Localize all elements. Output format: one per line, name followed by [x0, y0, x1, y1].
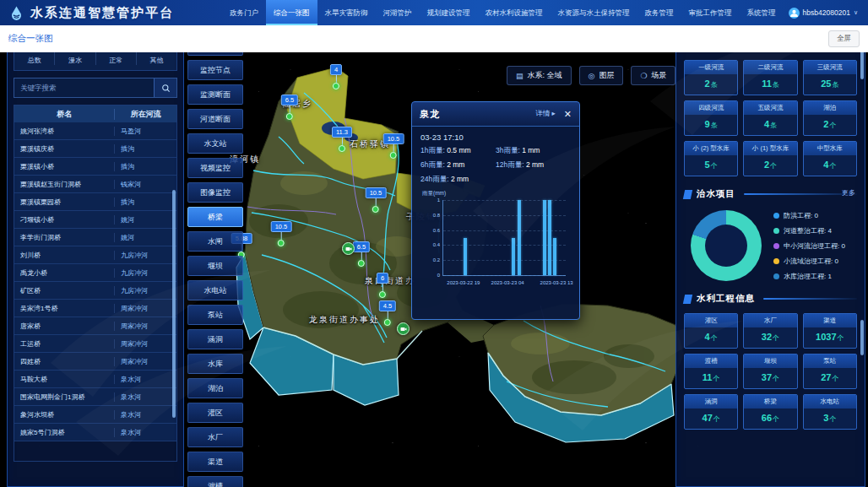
camera-icon[interactable] — [342, 242, 355, 255]
water-level-marker[interactable]: 4 — [330, 64, 342, 89]
facility-menu-item-渡槽[interactable]: 渡槽 — [187, 476, 243, 487]
table-row[interactable]: 唐家桥周家冲河 — [14, 317, 176, 335]
stat-cell-桥梁[interactable]: 桥梁66个 — [743, 394, 797, 430]
map-controls: ▤水系: 全域◎图层❍场景 — [507, 66, 675, 85]
facility-menu-item-渠道[interactable]: 渠道 — [187, 452, 243, 472]
stat-cell-水电站[interactable]: 水电站3个 — [803, 394, 857, 430]
facility-menu-item-水闸[interactable]: 水闸 — [187, 231, 243, 252]
water-level-marker[interactable]: 6 — [377, 273, 388, 298]
facility-menu-item-河道断面[interactable]: 河道断面 — [187, 109, 243, 129]
table-row[interactable]: 国家电网荆金门1洞桥泉水河 — [14, 388, 176, 406]
facility-menu-item-灌区[interactable]: 灌区 — [187, 403, 243, 423]
user-menu[interactable]: hbsb42080201 ∨ — [789, 8, 858, 19]
breadcrumb[interactable]: 综合一张图 — [8, 33, 53, 45]
map-control-水系: 全域[interactable]: ▤水系: 全域 — [507, 66, 572, 85]
stat-cell-四级河流[interactable]: 四级河流9条 — [684, 100, 738, 136]
project-section-title: 治水项目 — [697, 188, 735, 200]
facility-menu-item-堰坝[interactable]: 堰坝 — [187, 256, 243, 276]
close-icon[interactable]: ✕ — [564, 110, 572, 119]
stat-cell-涵洞[interactable]: 涵洞47个 — [684, 394, 738, 430]
project-donut-chart — [691, 210, 762, 281]
stat-cell-渠道[interactable]: 渠道1037个 — [803, 313, 857, 349]
table-row[interactable]: 刁堰镇小桥姚河 — [14, 211, 176, 229]
popup-detail-link[interactable]: 详情 ▸ — [535, 109, 556, 119]
search-input[interactable] — [14, 78, 154, 97]
cell-river-name: 周家冲河 — [115, 339, 176, 349]
facility-menu-item-视频监控[interactable]: 视频监控 — [187, 158, 243, 178]
table-row[interactable]: 象河水坝桥泉水河 — [14, 406, 176, 424]
map-control-图层[interactable]: ◎图层 — [579, 66, 624, 85]
table-row[interactable]: 马鞍大桥泉水河 — [14, 371, 176, 388]
stat-cell-中型水库[interactable]: 中型水库4个 — [803, 141, 857, 176]
stat-cell-湖泊[interactable]: 湖泊2个 — [803, 100, 857, 136]
stat-cell-一级河流[interactable]: 一级河流2条 — [684, 60, 738, 95]
legend-dot — [773, 213, 779, 219]
legend-item: 小流域治理工程: 0 — [773, 257, 845, 266]
facility-menu-item-水厂[interactable]: 水厂 — [187, 427, 243, 447]
section-scrollbar[interactable] — [860, 320, 864, 355]
stat-cell-五级河流[interactable]: 五级河流4条 — [743, 100, 797, 136]
water-level-marker[interactable]: 10.5 — [383, 133, 404, 159]
water-level-marker[interactable]: 10.5 — [366, 187, 387, 213]
nav-tab-综合一张图[interactable]: 综合一张图 — [266, 0, 317, 25]
water-level-marker[interactable]: 4.5 — [379, 300, 396, 326]
water-level-marker[interactable]: 6.5 — [281, 95, 298, 120]
stat-cell-小 (1) 型水库[interactable]: 小 (1) 型水库2个 — [743, 141, 797, 176]
popup-title: 泉龙 — [420, 108, 440, 121]
nav-tab-农村水利设施管理[interactable]: 农村水利设施管理 — [478, 0, 551, 25]
facility-menu-item-泵站[interactable]: 泵站 — [187, 305, 243, 325]
cell-bridge-name: 矿区桥 — [14, 286, 115, 295]
table-row[interactable]: 栗溪镇栗园桥插沟 — [14, 193, 176, 211]
nav-tab-政务门户[interactable]: 政务门户 — [222, 0, 266, 25]
table-row[interactable]: 矿区桥九房冲河 — [14, 282, 176, 300]
table-scrollbar[interactable] — [172, 190, 176, 418]
table-row[interactable]: 禹龙小桥九房冲河 — [14, 264, 176, 282]
nav-tab-河湖管护[interactable]: 河湖管护 — [376, 0, 420, 25]
map-control-场景[interactable]: ❍场景 — [631, 66, 675, 85]
water-level-marker[interactable]: 6.5 — [353, 241, 370, 267]
table-row[interactable]: 四姓桥周家冲河 — [14, 353, 176, 371]
fullscreen-button[interactable]: 全屏 — [828, 30, 860, 47]
facility-menu-item-桥梁[interactable]: 桥梁 — [187, 207, 243, 227]
facility-menu-item-监测断面[interactable]: 监测断面 — [187, 84, 243, 105]
facility-menu-item-水文站[interactable]: 水文站 — [187, 133, 243, 154]
facility-menu-item-水库[interactable]: 水库 — [187, 354, 243, 374]
table-row[interactable]: 栗溪镇庆桥插沟 — [14, 140, 176, 158]
table-row[interactable]: 吴家湾1号桥周家冲河 — [14, 300, 176, 317]
table-row[interactable]: 工运桥周家冲河 — [14, 335, 176, 353]
cell-river-name: 周家冲河 — [115, 304, 176, 313]
y-tick-label: 0 — [425, 273, 440, 278]
table-row[interactable]: 栗溪镇赵玉街门洞桥钱家河 — [14, 176, 176, 193]
table-row[interactable]: 姚家5号门洞桥泉水河 — [14, 424, 176, 441]
nav-tab-水资源与水土保持管理[interactable]: 水资源与水土保持管理 — [551, 0, 637, 25]
stat-cell-堰坝[interactable]: 堰坝37个 — [743, 354, 797, 389]
stat-cell-小 (2) 型水库[interactable]: 小 (2) 型水库5个 — [684, 141, 738, 176]
camera-icon[interactable] — [397, 322, 410, 335]
water-level-marker[interactable]: 11.3 — [332, 127, 352, 152]
more-link[interactable]: 更多 — [842, 188, 855, 198]
table-row[interactable]: 刘川桥九房冲河 — [14, 246, 176, 264]
nav-tab-规划建设管理[interactable]: 规划建设管理 — [420, 0, 478, 25]
table-row[interactable]: 李学街门洞桥姚河 — [14, 229, 176, 246]
water-level-marker[interactable]: 10.5 — [271, 221, 292, 246]
facility-menu-item-水电站[interactable]: 水电站 — [187, 280, 243, 300]
nav-tab-水旱灾害防御[interactable]: 水旱灾害防御 — [317, 0, 376, 25]
facility-menu-item-监控节点[interactable]: 监控节点 — [187, 60, 243, 80]
stat-cell-三级河流[interactable]: 三级河流25条 — [803, 60, 857, 95]
nav-tab-政务管理[interactable]: 政务管理 — [637, 0, 681, 25]
marker-stick — [280, 232, 281, 240]
nav-tab-系统管理[interactable]: 系统管理 — [740, 0, 784, 25]
stat-cell-渡槽[interactable]: 渡槽11个 — [684, 354, 738, 389]
rain-bar — [548, 200, 551, 275]
stat-cell-二级河流[interactable]: 二级河流11条 — [743, 60, 797, 95]
facility-menu-item-图像监控[interactable]: 图像监控 — [187, 182, 243, 203]
nav-tab-审批工作管理[interactable]: 审批工作管理 — [681, 0, 740, 25]
facility-menu-item-湖泊[interactable]: 湖泊 — [187, 378, 243, 398]
stat-cell-水厂[interactable]: 水厂32个 — [743, 313, 797, 349]
table-row[interactable]: 栗溪镇小桥插沟 — [14, 158, 176, 176]
stat-cell-泵站[interactable]: 泵站27个 — [803, 354, 857, 389]
search-button[interactable] — [154, 78, 176, 97]
facility-menu-item-涵洞[interactable]: 涵洞 — [187, 329, 243, 349]
table-row[interactable]: 姚河张湾桥马盈河 — [14, 122, 176, 140]
stat-cell-灌区[interactable]: 灌区4个 — [684, 313, 738, 349]
